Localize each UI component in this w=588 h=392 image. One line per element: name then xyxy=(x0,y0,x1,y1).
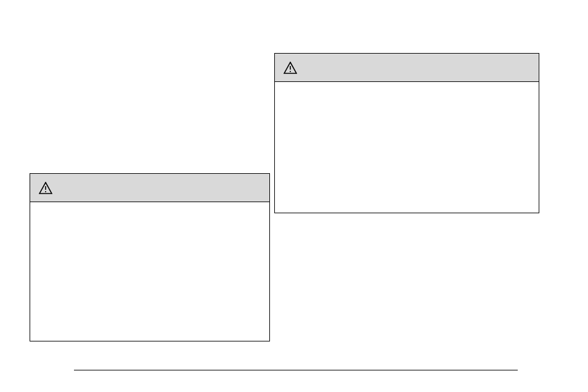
warning-box-right xyxy=(274,53,539,213)
warning-box-left-header xyxy=(30,174,269,202)
warning-triangle-icon xyxy=(284,62,297,74)
warning-box-right-header xyxy=(275,54,539,82)
warning-box-left xyxy=(30,173,270,341)
svg-point-2 xyxy=(290,71,291,72)
warning-triangle-icon xyxy=(39,182,52,194)
footer-horizontal-rule xyxy=(74,370,518,370)
svg-point-5 xyxy=(45,191,46,192)
